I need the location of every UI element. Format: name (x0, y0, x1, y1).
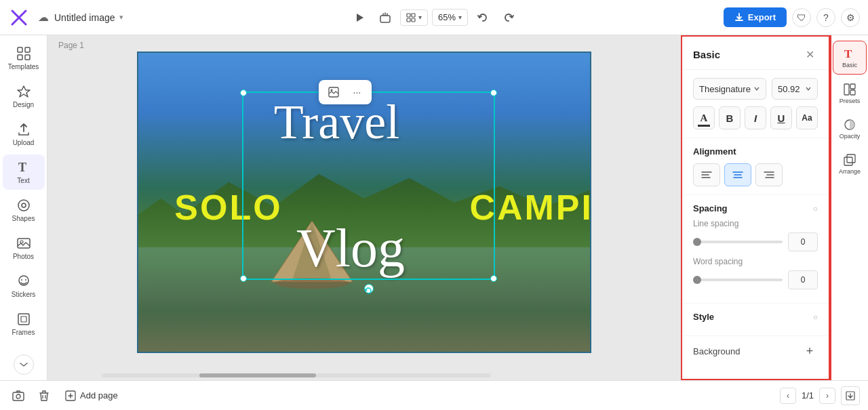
word-spacing-thumb[interactable] (693, 276, 701, 284)
align-center-icon (732, 169, 744, 181)
svg-point-16 (18, 200, 29, 211)
case-icon: Aa (802, 113, 812, 123)
shield-icon-button[interactable]: 🛡 (792, 8, 811, 27)
more-items-button[interactable] (14, 354, 34, 375)
text-color-bar (698, 125, 710, 127)
case-button[interactable]: Aa (796, 106, 818, 129)
save-button[interactable] (841, 386, 860, 405)
next-page-button[interactable]: › (819, 388, 835, 404)
scrollbar-thumb[interactable] (199, 373, 316, 377)
bold-button[interactable]: B (719, 106, 741, 129)
help-icon-button[interactable]: ? (816, 8, 835, 27)
background-add-button[interactable]: + (802, 343, 818, 359)
svg-rect-7 (407, 14, 410, 17)
design-label: Design (13, 101, 34, 108)
italic-button[interactable]: I (745, 106, 766, 129)
sidebar-item-frames[interactable]: Frames (3, 306, 45, 342)
sidebar-item-text[interactable]: T Text (3, 155, 45, 190)
svg-rect-41 (850, 84, 855, 89)
more-options-button[interactable]: ··· (347, 83, 366, 102)
panel-close-button[interactable]: ✕ (802, 46, 818, 62)
svg-rect-13 (18, 55, 22, 60)
topbar-right: Export 🛡 ? ⚙ (724, 7, 860, 27)
export-button[interactable]: Export (724, 7, 787, 27)
camera-icon (12, 390, 24, 402)
word-spacing-value: 0 (788, 270, 818, 289)
float-toolbar: ··· (319, 80, 372, 104)
canvas-text-solo[interactable]: SOLO (174, 187, 282, 228)
sidebar-item-design[interactable]: Design (3, 79, 45, 114)
right-sidebar-item-presets[interactable]: Presets (833, 77, 867, 110)
frames-label: Frames (12, 329, 35, 336)
canvas-area[interactable]: Page 1 Travel SOLO CAMPI (47, 35, 681, 380)
svg-rect-42 (850, 90, 855, 95)
sidebar-item-photos[interactable]: Photos (3, 230, 45, 266)
image-replace-button[interactable] (324, 83, 343, 102)
right-sidebar-item-arrange[interactable]: Arrange (833, 148, 867, 180)
horizontal-scrollbar[interactable] (102, 373, 491, 377)
opacity-icon (843, 118, 856, 131)
sidebar-item-upload[interactable]: Upload (3, 117, 45, 152)
underline-button[interactable]: U (770, 106, 792, 129)
play-tool-button[interactable] (349, 7, 370, 28)
zoom-chevron-icon: ▾ (458, 14, 462, 21)
logo[interactable] (8, 7, 30, 28)
align-center-button[interactable] (724, 163, 751, 186)
hand-tool-button[interactable] (374, 7, 396, 28)
save-icon (846, 391, 855, 401)
font-family-select[interactable]: Thesignature (693, 78, 766, 100)
arrange-icon (843, 153, 856, 167)
delete-button[interactable] (34, 386, 54, 406)
canvas-text-camping[interactable]: CAMPI (469, 187, 591, 228)
add-page-button[interactable]: Add page (60, 388, 123, 404)
zoom-dropdown[interactable]: 65% ▾ (432, 9, 468, 26)
right-sidebar-item-basic[interactable]: T Basic (833, 41, 867, 75)
align-left-button[interactable] (693, 163, 720, 186)
svg-text:T: T (18, 161, 26, 174)
svg-point-17 (22, 203, 26, 207)
align-right-button[interactable] (755, 163, 783, 186)
templates-icon (16, 46, 31, 61)
font-size-chevron-icon (805, 85, 812, 92)
spacing-toggle[interactable]: ○ (813, 204, 818, 213)
sidebar-item-shapes[interactable]: Shapes (3, 192, 45, 228)
background-add-icon: + (806, 344, 814, 358)
trash-icon (38, 390, 50, 402)
svg-marker-2 (357, 14, 363, 22)
canvas-text-vlog[interactable]: Vlog (296, 218, 405, 279)
canvas-text-travel[interactable]: Travel (274, 98, 399, 146)
right-sidebar-item-opacity[interactable]: Opacity (833, 112, 867, 145)
font-size-select[interactable]: 50.92 (772, 78, 818, 100)
svg-rect-44 (844, 157, 852, 165)
redo-button[interactable] (498, 7, 519, 28)
camera-button[interactable] (8, 386, 28, 406)
undo-button[interactable] (472, 7, 494, 28)
panel-title: Basic (693, 49, 720, 60)
bottom-bar: Add page ‹ 1/1 › (0, 380, 868, 410)
sidebar-item-stickers[interactable]: Stickers (3, 268, 45, 304)
sidebar-item-templates[interactable]: Templates (3, 41, 45, 76)
background-row: Background + (682, 336, 829, 366)
svg-rect-23 (18, 314, 29, 325)
shapes-icon (16, 198, 31, 213)
layout-dropdown[interactable]: ▾ (400, 9, 428, 26)
spacing-label: Spacing (693, 203, 728, 213)
line-spacing-slider[interactable] (693, 241, 783, 243)
panel-header: Basic ✕ (682, 37, 829, 70)
document-title-area[interactable]: ☁ Untitled image ▾ (38, 11, 123, 24)
canvas[interactable]: Travel SOLO CAMPI Vlog (137, 52, 591, 353)
page-label: Page 1 (58, 41, 84, 50)
svg-rect-40 (844, 84, 849, 95)
design-icon (16, 84, 31, 99)
text-color-button[interactable]: A (693, 106, 715, 129)
line-spacing-thumb[interactable] (693, 238, 701, 246)
line-spacing-label: Line spacing (693, 219, 818, 228)
svg-point-19 (20, 241, 23, 243)
svg-rect-18 (18, 239, 30, 248)
word-spacing-slider[interactable] (693, 279, 783, 281)
style-header: Style ○ (693, 312, 818, 322)
style-toggle[interactable]: ○ (813, 312, 818, 322)
prev-page-button[interactable]: ‹ (780, 388, 796, 404)
svg-rect-10 (412, 18, 415, 22)
settings-icon-button[interactable]: ⚙ (841, 8, 860, 27)
